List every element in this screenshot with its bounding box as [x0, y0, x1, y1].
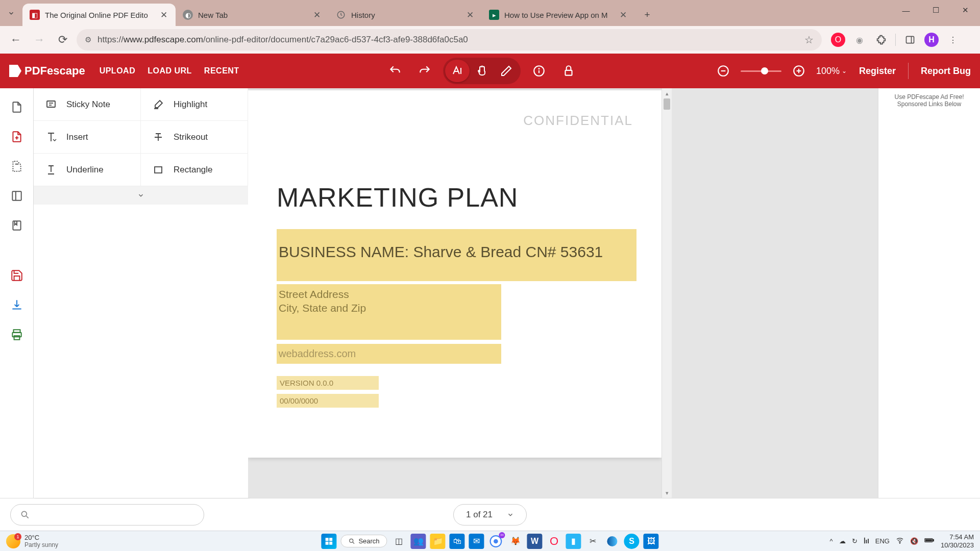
upload-link[interactable]: UPLOAD [100, 66, 136, 76]
register-link[interactable]: Register [859, 66, 896, 77]
extensions-puzzle-icon[interactable] [874, 33, 888, 47]
document-canvas[interactable]: CONFIDENTIAL MARKETING PLAN BUSINESS NAM… [248, 88, 878, 498]
date-field: 00/00/0000 [277, 394, 379, 408]
volume-icon[interactable]: 🔇 [910, 537, 918, 545]
pan-mode-button[interactable] [470, 60, 494, 82]
save-button[interactable] [0, 261, 34, 290]
ad-text-line2: Sponsored Links Below [884, 101, 975, 108]
rectangle-tool[interactable]: Rectangle [141, 154, 248, 186]
battery-icon[interactable] [924, 537, 935, 545]
reload-button[interactable]: ⟳ [53, 30, 72, 49]
tab-search-dropdown[interactable] [0, 0, 22, 26]
highlight-tool[interactable]: Highlight [141, 88, 248, 121]
page-tool-button[interactable] [0, 92, 34, 122]
download-button[interactable] [0, 290, 34, 320]
svg-rect-31 [329, 541, 332, 544]
mail-icon[interactable]: ✉ [469, 534, 484, 549]
load-url-link[interactable]: LOAD URL [148, 66, 192, 76]
app-icon[interactable]: ▮ [566, 534, 581, 549]
language-indicator[interactable]: ENG [875, 537, 890, 545]
clock[interactable]: 7:54 AM 10/30/2023 [941, 533, 974, 549]
firefox-icon[interactable]: 🦊 [508, 534, 523, 549]
store-icon[interactable]: 🛍 [450, 534, 465, 549]
scroll-thumb[interactable] [664, 98, 670, 110]
opera-extension-icon[interactable]: O [831, 33, 845, 47]
zoom-level-dropdown[interactable]: 100%⌄ [816, 66, 847, 77]
profile-avatar[interactable]: H [924, 33, 939, 47]
draw-mode-button[interactable] [494, 60, 519, 82]
opera-icon[interactable]: O [547, 534, 562, 549]
tab-pdfescape[interactable]: ◧ The Original Online PDF Edito ✕ [22, 4, 176, 26]
vertical-scrollbar[interactable]: ▴ ▾ [662, 88, 672, 498]
svg-rect-15 [12, 191, 21, 200]
side-panel-icon[interactable] [903, 33, 917, 47]
url-field[interactable]: ⚙ https://www.pdfescape.com/online-pdf-e… [77, 29, 822, 51]
sync-icon[interactable]: ↻ [852, 537, 857, 545]
onedrive-icon[interactable]: ☁ [839, 537, 846, 545]
teams-icon[interactable]: 👥 [411, 534, 426, 549]
window-close-button[interactable]: ✕ [950, 0, 980, 20]
recent-link[interactable]: RECENT [204, 66, 239, 76]
expand-tools-button[interactable] [34, 186, 248, 205]
chevron-down-icon: ⌄ [842, 67, 847, 74]
bookmark-star-icon[interactable]: ☆ [804, 34, 814, 46]
analytics-icon[interactable]: ⅼıl [864, 537, 869, 545]
new-tab-button[interactable]: + [638, 6, 656, 24]
forward-button[interactable]: → [30, 30, 49, 49]
start-button[interactable] [321, 534, 336, 549]
bookmarks-button[interactable] [0, 211, 34, 240]
chrome-menu-icon[interactable]: ⋮ [946, 33, 960, 47]
annotate-tool-button[interactable] [0, 122, 34, 152]
redo-button[interactable] [413, 60, 436, 82]
weather-widget[interactable]: 1 20°C Partly sunny [6, 534, 58, 548]
address-bar: ← → ⟳ ⚙ https://www.pdfescape.com/online… [0, 26, 980, 54]
lock-button[interactable] [557, 60, 580, 82]
zoom-thumb[interactable] [761, 67, 768, 74]
zoom-slider[interactable] [741, 70, 781, 72]
close-icon[interactable]: ✕ [465, 10, 475, 19]
edge-icon[interactable] [605, 534, 620, 549]
search-icon [20, 510, 30, 520]
tab-preview-help[interactable]: ▸ How to Use Preview App on M ✕ [482, 4, 635, 26]
strikeout-tool[interactable]: Strikeout [141, 121, 248, 154]
report-bug-link[interactable]: Report Bug [921, 66, 971, 77]
info-button[interactable] [528, 60, 550, 82]
task-view-button[interactable]: ◫ [391, 534, 407, 549]
taskbar-search[interactable]: Search [340, 535, 387, 547]
text-mode-button[interactable] [445, 60, 470, 82]
zoom-out-button[interactable] [712, 60, 734, 82]
pdfescape-logo[interactable]: PDFescape [9, 64, 85, 78]
insert-tool[interactable]: Insert [34, 121, 141, 154]
tab-history[interactable]: History ✕ [329, 4, 482, 26]
tab-new-tab[interactable]: ◐ New Tab ✕ [176, 4, 329, 26]
close-icon[interactable]: ✕ [312, 10, 322, 19]
window-maximize-button[interactable]: ☐ [921, 0, 950, 20]
back-button[interactable]: ← [6, 30, 26, 49]
site-settings-icon[interactable]: ⚙ [85, 35, 91, 44]
pdf-page[interactable]: CONFIDENTIAL MARKETING PLAN BUSINESS NAM… [248, 90, 662, 458]
window-minimize-button[interactable]: — [891, 0, 921, 20]
close-icon[interactable]: ✕ [619, 10, 628, 19]
file-explorer-icon[interactable]: 📁 [430, 534, 446, 549]
photos-icon[interactable]: 🖼 [644, 534, 659, 549]
extension-icon[interactable]: ◉ [852, 33, 867, 47]
snipping-tool-icon[interactable]: ✂ [585, 534, 601, 549]
undo-button[interactable] [384, 60, 406, 82]
zoom-in-button[interactable] [788, 60, 810, 82]
tray-chevron-icon[interactable]: ^ [829, 537, 832, 545]
insert-page-button[interactable] [0, 152, 34, 181]
sticky-note-tool[interactable]: Sticky Note [34, 88, 141, 121]
underline-tool[interactable]: Underline [34, 154, 141, 186]
search-input[interactable] [10, 504, 204, 525]
close-icon[interactable]: ✕ [159, 10, 168, 19]
thumbnails-button[interactable] [0, 181, 34, 211]
chrome-icon[interactable]: H [488, 534, 504, 549]
page-selector[interactable]: 1 of 21 [453, 504, 527, 525]
scroll-up-button[interactable]: ▴ [662, 88, 672, 98]
wifi-icon[interactable] [896, 536, 904, 546]
scroll-down-button[interactable]: ▾ [662, 488, 672, 498]
word-icon[interactable]: W [527, 534, 543, 549]
version-field: VERSION 0.0.0 [277, 376, 379, 390]
skype-icon[interactable]: S [624, 534, 640, 549]
print-button[interactable] [0, 320, 34, 349]
